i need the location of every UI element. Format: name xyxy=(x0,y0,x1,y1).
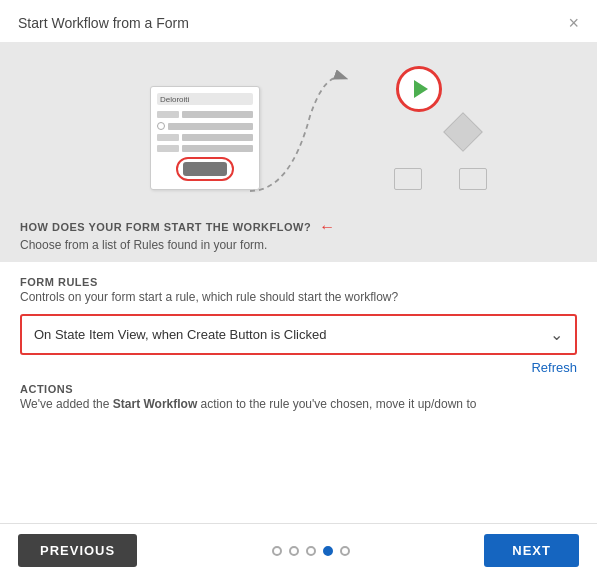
play-icon xyxy=(414,80,428,98)
small-box-right xyxy=(459,168,487,190)
form-mockup: Deloroiti xyxy=(150,86,260,190)
how-label-text: HOW DOES YOUR FORM START THE WORKFLOW? xyxy=(20,221,311,233)
form-row-3 xyxy=(157,134,253,141)
previous-button[interactable]: PREVIOUS xyxy=(18,534,137,567)
dropdown-selected-value: On State Item View, when Create Button i… xyxy=(34,327,326,342)
form-row-bar-sm-3 xyxy=(157,145,179,152)
actions-label: ACTIONS xyxy=(20,383,577,395)
form-row-2 xyxy=(157,122,253,130)
dialog-footer: PREVIOUS NEXT xyxy=(0,523,597,577)
illustration-inner: Deloroiti xyxy=(20,56,577,210)
dot-5 xyxy=(340,546,350,556)
form-row-bar-sm-2 xyxy=(157,134,179,141)
actions-desc-bold: Start Workflow xyxy=(113,397,197,411)
dot-3 xyxy=(306,546,316,556)
actions-desc-plain: We've added the xyxy=(20,397,113,411)
small-box-left xyxy=(394,168,422,190)
actions-desc: We've added the Start Workflow action to… xyxy=(20,397,577,411)
form-row-bar-lg-3 xyxy=(182,145,253,152)
actions-desc-after: action to the rule you've chosen, move i… xyxy=(197,397,476,411)
chevron-down-icon: ⌄ xyxy=(550,325,563,344)
dashed-arrow-svg xyxy=(240,56,420,216)
form-row-bar-radio xyxy=(168,123,253,130)
form-btn-highlight xyxy=(176,157,234,181)
form-rules-label: FORM RULES xyxy=(20,276,577,288)
form-row-1 xyxy=(157,111,253,118)
form-radio xyxy=(157,122,165,130)
form-row-bar-lg-2 xyxy=(182,134,253,141)
dots-nav xyxy=(272,546,350,556)
diamond-shape xyxy=(443,112,483,152)
form-row-4 xyxy=(157,145,253,152)
dot-1 xyxy=(272,546,282,556)
form-btn-row xyxy=(157,157,253,181)
form-btn xyxy=(183,162,227,176)
form-row-bar-lg xyxy=(182,111,253,118)
refresh-row: Refresh xyxy=(20,360,577,375)
dialog-title: Start Workflow from a Form xyxy=(18,15,189,31)
form-row-bar-sm xyxy=(157,111,179,118)
workflow-start-circle xyxy=(396,66,442,112)
dot-4-active xyxy=(323,546,333,556)
form-mockup-title: Deloroiti xyxy=(157,93,253,105)
red-arrow-icon: ← xyxy=(319,218,336,236)
description-area: HOW DOES YOUR FORM START THE WORKFLOW? ←… xyxy=(20,210,577,262)
dialog-header: Start Workflow from a Form × xyxy=(0,0,597,42)
close-button[interactable]: × xyxy=(568,14,579,32)
illustration-area: Deloroiti xyxy=(0,42,597,262)
next-button[interactable]: NEXT xyxy=(484,534,579,567)
dialog: Start Workflow from a Form × Deloroiti xyxy=(0,0,597,577)
how-label: HOW DOES YOUR FORM START THE WORKFLOW? ← xyxy=(20,218,577,236)
content-area: FORM RULES Controls on your form start a… xyxy=(0,262,597,523)
how-sub: Choose from a list of Rules found in you… xyxy=(20,238,577,252)
rule-dropdown[interactable]: On State Item View, when Create Button i… xyxy=(20,314,577,355)
dot-2 xyxy=(289,546,299,556)
form-rules-desc: Controls on your form start a rule, whic… xyxy=(20,290,577,304)
refresh-link[interactable]: Refresh xyxy=(531,360,577,375)
